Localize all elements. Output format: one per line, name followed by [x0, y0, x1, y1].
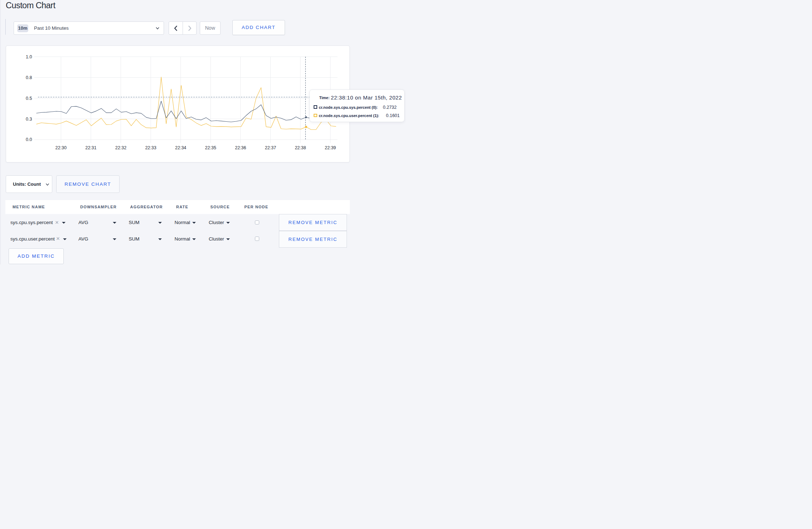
svg-text:22:31: 22:31	[85, 145, 96, 150]
svg-text:0.3: 0.3	[26, 116, 32, 121]
svg-text:22:39: 22:39	[325, 145, 336, 150]
svg-text:22:37: 22:37	[265, 145, 276, 150]
svg-text:22:32: 22:32	[115, 145, 126, 150]
svg-text:22:35: 22:35	[205, 145, 216, 150]
svg-text:22:30: 22:30	[55, 145, 66, 150]
svg-text:22:38: 22:38	[295, 145, 306, 150]
svg-text:22:33: 22:33	[145, 145, 156, 150]
svg-text:22:36: 22:36	[235, 145, 246, 150]
svg-text:0.0: 0.0	[26, 137, 32, 142]
svg-text:1.0: 1.0	[26, 54, 32, 59]
svg-text:0.8: 0.8	[26, 75, 32, 80]
svg-text:0.5: 0.5	[26, 96, 32, 101]
svg-text:22:34: 22:34	[175, 145, 186, 150]
